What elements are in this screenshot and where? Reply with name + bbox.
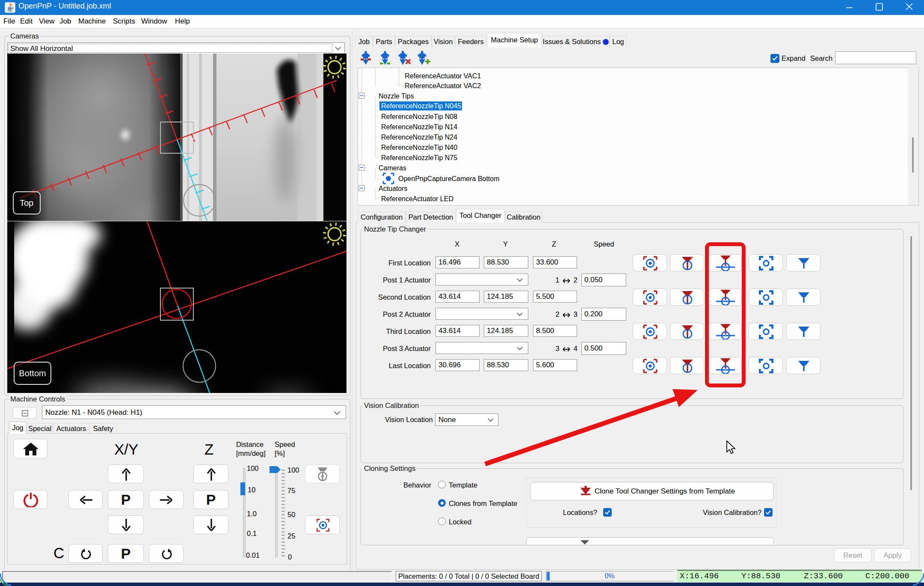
- svg-text:ReferenceNozzleTip N40: ReferenceNozzleTip N40: [381, 144, 457, 151]
- svg-text:Top: Top: [20, 198, 33, 208]
- svg-text:ReferenceActuator VAC1: ReferenceActuator VAC1: [405, 72, 481, 80]
- svg-text:OpenPnpCaptureCamera Bottom: OpenPnpCaptureCamera Bottom: [398, 175, 500, 182]
- svg-text:Nozzle Tips: Nozzle Tips: [379, 92, 414, 100]
- svg-text:ReferenceNozzleTip N045: ReferenceNozzleTip N045: [381, 102, 461, 110]
- svg-text:Cameras: Cameras: [379, 164, 406, 172]
- svg-text:ReferenceNozzleTip N24: ReferenceNozzleTip N24: [381, 134, 457, 141]
- svg-text:Actuators: Actuators: [379, 185, 408, 192]
- svg-text:ReferenceNozzleTip N75: ReferenceNozzleTip N75: [381, 154, 457, 161]
- svg-text:ReferenceNozzleTip N14: ReferenceNozzleTip N14: [381, 123, 457, 131]
- svg-text:ReferenceActuator LED: ReferenceActuator LED: [381, 195, 453, 202]
- svg-text:Bottom: Bottom: [19, 369, 46, 378]
- svg-text:ReferenceActuator VAC2: ReferenceActuator VAC2: [405, 82, 481, 89]
- svg-text:ReferenceNozzleTip N08: ReferenceNozzleTip N08: [381, 113, 457, 120]
